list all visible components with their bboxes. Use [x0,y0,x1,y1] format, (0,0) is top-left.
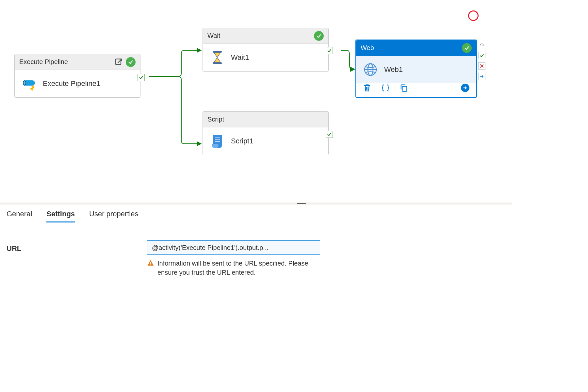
tab-user-properties[interactable]: User properties [89,210,138,222]
undo-handle-icon[interactable] [478,41,485,49]
details-tabs: General Settings User properties [7,210,138,222]
run-next-icon[interactable] [461,83,470,92]
activity-web[interactable]: Web Web1 [355,40,477,98]
activity-type-label: Wait [207,32,311,40]
failure-handle-icon[interactable] [478,62,485,70]
url-warning-text: Information will be sent to the URL spec… [157,259,320,277]
splitter-grip-icon [297,203,306,204]
copy-icon[interactable] [399,83,408,92]
tab-general[interactable]: General [7,210,32,222]
activity-name: Script1 [231,137,253,145]
activity-type-label: Web [361,44,459,52]
activity-type-label: Script [207,116,324,123]
hourglass-icon [209,50,225,65]
activity-wait[interactable]: Wait Wait1 [203,28,329,72]
activity-type-label: Execute Pipeline [19,58,112,66]
activity-execute-pipeline[interactable]: Execute Pipeline [14,54,140,98]
svg-rect-0 [116,59,121,64]
success-output-port[interactable] [326,47,333,54]
activity-name: Wait1 [231,53,249,62]
url-label: URL [7,240,147,253]
open-external-icon[interactable] [114,57,123,67]
annotation-red-circle [468,10,479,21]
svg-marker-5 [30,87,33,91]
activity-name: Web1 [384,65,403,74]
script-icon [209,133,225,149]
globe-icon [363,62,378,77]
warning-icon [147,259,154,267]
svg-point-3 [24,81,25,85]
pipe-icon [21,76,37,91]
activity-script[interactable]: Script Script1 [203,111,329,155]
svg-rect-17 [150,262,151,264]
svg-rect-15 [402,86,407,91]
svg-rect-8 [212,144,219,148]
activity-name: Execute Pipeline1 [43,79,100,88]
pane-splitter[interactable] [0,203,512,204]
svg-rect-18 [150,265,151,265]
pipeline-canvas[interactable]: Execute Pipeline [0,0,588,203]
success-output-port[interactable] [138,74,145,81]
tab-settings[interactable]: Settings [46,210,75,222]
status-success-icon [314,31,324,41]
status-success-icon [462,43,472,53]
delete-icon[interactable] [363,83,372,92]
tab-underline [0,229,512,229]
success-output-port[interactable] [326,131,333,138]
status-success-icon [126,57,136,67]
success-handle-icon[interactable] [478,52,485,59]
dependency-handles [478,41,485,80]
settings-form: URL @activity('Execute Pipeline1').outpu… [7,240,320,277]
skip-handle-icon[interactable] [478,73,485,80]
code-braces-icon[interactable] [381,83,390,92]
url-expression-input[interactable]: @activity('Execute Pipeline1').output.p.… [147,240,320,255]
